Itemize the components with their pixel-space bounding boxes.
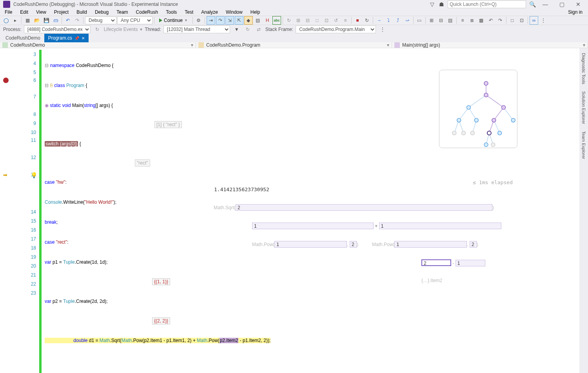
menu-debug[interactable]: Debug xyxy=(92,9,112,16)
icon-3[interactable]: ⊟ xyxy=(303,16,312,25)
open-icon[interactable]: 📂 xyxy=(33,16,41,25)
lifecycle-label[interactable]: Lifecycle Events xyxy=(104,27,138,32)
maximize-button[interactable]: ▢ xyxy=(555,0,568,9)
menu-tools[interactable]: Tools xyxy=(163,9,180,16)
menu-coderush[interactable]: CodeRush xyxy=(133,9,162,16)
quick-launch-input[interactable] xyxy=(448,0,526,8)
thopt2-icon[interactable]: ⇄ xyxy=(254,25,263,34)
menu-help[interactable]: Help xyxy=(247,9,263,16)
svg-point-14 xyxy=(484,81,488,85)
code-content[interactable]: ⊟namespace CodeRushDemo { ⊟ ⎘ class Prog… xyxy=(39,48,579,373)
search-icon[interactable]: 🔍 xyxy=(529,1,535,7)
icon-2[interactable]: ⊞ xyxy=(294,16,303,25)
step-icon[interactable]: ⇥ xyxy=(207,16,215,25)
menu-team[interactable]: Team xyxy=(113,9,131,16)
thopt-icon[interactable]: ↻ xyxy=(243,25,252,34)
icon-4[interactable]: □ xyxy=(313,16,321,25)
breadcrumb-ns[interactable]: CodeRushDemo▾ xyxy=(0,42,196,48)
abc-icon[interactable]: abc xyxy=(272,16,281,25)
bp-toggle-icon[interactable]: ◆ xyxy=(244,16,253,25)
notify-icon[interactable]: ▽ xyxy=(429,1,435,7)
menu-analyze[interactable]: Analyze xyxy=(198,9,221,16)
namespace-icon xyxy=(2,42,8,48)
link-icon[interactable]: ∞ xyxy=(530,16,538,25)
svg-point-28 xyxy=(491,143,495,147)
step-into-icon[interactable]: ⇱ xyxy=(235,16,243,25)
main-toolbar: ◯ ▸ ▦ 📂 💾 🗃 ↶ ↷ Debug Any CPU Continue ▼… xyxy=(0,16,588,25)
fmt7-icon[interactable]: ⊡ xyxy=(517,16,526,25)
icon-7[interactable]: ≡ xyxy=(341,16,350,25)
pin-icon[interactable]: 📌 xyxy=(74,36,79,40)
arrow-r-icon[interactable]: → xyxy=(375,16,383,25)
life-icon[interactable]: ↻ xyxy=(93,25,102,34)
nav-back-icon[interactable]: ◯ xyxy=(2,16,10,25)
menu-window[interactable]: Window xyxy=(223,9,246,16)
breadcrumb-cls[interactable]: CodeRushDemo.Program▾ xyxy=(196,42,392,48)
stop-icon[interactable]: ■ xyxy=(353,16,362,25)
menu-edit[interactable]: Edit xyxy=(17,9,31,16)
code-editor[interactable]: 3 4 5 6 7 8 9 10 11 12 ➡💡13 14 15 16 17 … xyxy=(0,48,579,373)
nav-fwd-icon[interactable]: ▸ xyxy=(11,16,20,25)
gutter[interactable]: 3 4 5 6 7 8 9 10 11 12 ➡💡13 14 15 16 17 … xyxy=(0,48,39,373)
win-icon[interactable]: ▭ xyxy=(415,16,424,25)
undo-icon[interactable]: ↶ xyxy=(64,16,72,25)
redo-icon[interactable]: ↷ xyxy=(73,16,82,25)
tab-coderushdemo[interactable]: CodeRushDemo xyxy=(2,34,44,42)
svg-point-19 xyxy=(474,118,478,122)
config-combo[interactable]: Debug xyxy=(85,16,116,24)
menu-file[interactable]: File xyxy=(2,9,15,16)
fmt3-icon[interactable]: ▦ xyxy=(477,16,486,25)
uncomment-icon[interactable]: ⊟ xyxy=(437,16,445,25)
minimize-button[interactable]: ― xyxy=(539,0,552,9)
breadcrumb-method[interactable]: Main(string[] args)▾ xyxy=(392,42,588,48)
fmt4-icon[interactable]: ↶ xyxy=(486,16,495,25)
tab-program-cs[interactable]: Program.cs 📌 ✕ xyxy=(44,34,89,42)
stack-combo[interactable]: CodeRushDemo.Program.Main xyxy=(296,25,376,33)
signin-link[interactable]: Sign in xyxy=(565,9,586,16)
platform-combo[interactable]: Any CPU xyxy=(117,16,152,24)
stack-opt-icon[interactable]: ⋮ xyxy=(378,25,387,34)
svg-point-20 xyxy=(492,118,496,122)
fmt2-icon[interactable]: ≣ xyxy=(468,16,476,25)
more-icon[interactable]: ⋮ xyxy=(539,16,548,25)
saveall-icon[interactable]: 🗃 xyxy=(51,16,60,25)
tool-icon[interactable]: ⚙ xyxy=(194,16,203,25)
step1-icon[interactable]: ⤵ xyxy=(384,16,393,25)
elapsed-label: ≤ 1ms elapsed xyxy=(473,179,513,185)
thread-combo[interactable]: [12032] Main Thread xyxy=(163,25,230,33)
step-over-icon[interactable]: ↷ xyxy=(216,16,225,25)
breakpoint-icon[interactable] xyxy=(3,78,9,83)
tab-close-icon[interactable]: ✕ xyxy=(82,36,85,40)
new-icon[interactable]: ▦ xyxy=(23,16,32,25)
fmt6-icon[interactable]: □ xyxy=(508,16,517,25)
close-button[interactable]: ✕ xyxy=(572,0,585,9)
continue-button[interactable]: Continue ▼ xyxy=(156,16,191,25)
side-tab-diagnostic[interactable]: Diagnostic Tools xyxy=(581,51,587,86)
side-tab-team[interactable]: Team Explorer xyxy=(581,130,587,161)
menu-build[interactable]: Build xyxy=(73,9,90,16)
fmt5-icon[interactable]: ↷ xyxy=(496,16,505,25)
step3-icon[interactable]: ⤻ xyxy=(403,16,412,25)
fmt1-icon[interactable]: ≡ xyxy=(458,16,467,25)
locals-icon[interactable]: ▤ xyxy=(254,16,262,25)
svg-line-2 xyxy=(486,95,504,108)
lightbulb-icon[interactable]: 💡 xyxy=(31,172,37,178)
icon-6[interactable]: ↺ xyxy=(332,16,340,25)
step-out-icon[interactable]: ⇲ xyxy=(225,16,234,25)
bookmark-icon[interactable]: ▤ xyxy=(446,16,455,25)
step2-icon[interactable]: ⤴ xyxy=(394,16,402,25)
save-icon[interactable]: 💾 xyxy=(42,16,51,25)
menu-project[interactable]: Project xyxy=(51,9,72,16)
comment-icon[interactable]: ⊞ xyxy=(427,16,436,25)
icon-5[interactable]: ⊡ xyxy=(322,16,331,25)
menu-test[interactable]: Test xyxy=(181,9,196,16)
restart-icon[interactable]: ↻ xyxy=(363,16,371,25)
process-combo[interactable]: [4888] CodeRushDemo.exe xyxy=(24,25,91,33)
filter-icon[interactable]: ▼ xyxy=(232,25,241,34)
stack-label: Stack Frame: xyxy=(265,27,293,32)
hex-icon[interactable]: H xyxy=(263,16,272,25)
feedback-icon[interactable]: ☗ xyxy=(438,1,445,7)
menu-view[interactable]: View xyxy=(33,9,49,16)
icon-1[interactable]: ↻ xyxy=(285,16,293,25)
side-tab-solution[interactable]: Solution Explorer xyxy=(581,90,587,126)
